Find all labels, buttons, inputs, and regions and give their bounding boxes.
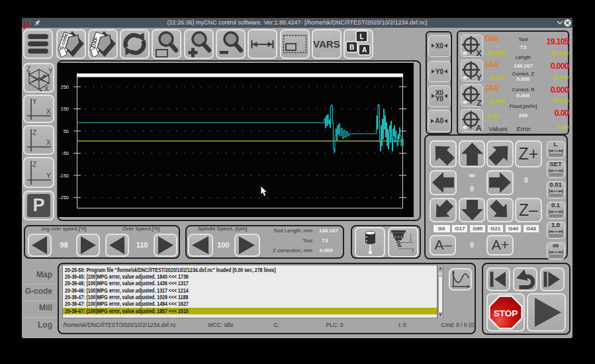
svg-text:A: A xyxy=(362,46,367,54)
svg-text:Z: Z xyxy=(32,161,36,168)
svg-text:X: X xyxy=(46,139,51,146)
svg-text:150: 150 xyxy=(60,106,69,112)
svg-text:STOP: STOP xyxy=(494,308,518,318)
svg-text:X: X xyxy=(44,85,49,91)
svg-text:B: B xyxy=(349,44,354,51)
svg-text:Z: Z xyxy=(26,66,30,73)
svg-text:-250: -250 xyxy=(59,195,69,201)
svg-text:-150: -150 xyxy=(59,173,69,179)
svg-text:Y: Y xyxy=(32,98,37,105)
svg-text:Z: Z xyxy=(32,129,36,136)
svg-text:L: L xyxy=(360,33,364,40)
svg-text:250: 250 xyxy=(60,84,69,90)
svg-text:50: 50 xyxy=(64,128,69,134)
svg-text:Y: Y xyxy=(46,172,51,179)
svg-text:Y: Y xyxy=(48,68,53,75)
svg-text:-50: -50 xyxy=(62,150,69,156)
svg-text:X: X xyxy=(46,108,51,115)
